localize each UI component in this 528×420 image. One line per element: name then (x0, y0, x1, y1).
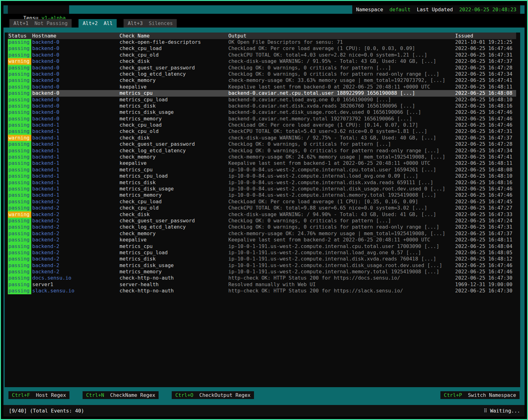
tab-all[interactable]: Alt+2 All (79, 19, 117, 28)
table-row[interactable]: passingbackend-1metrics_diskip-10-0-0-84… (8, 180, 516, 186)
table-row[interactable]: passingbackend-2metrics_cpuip-10-0-1-191… (8, 243, 516, 250)
table-row[interactable]: passingbackend-1keepaliveKeepalive last … (8, 160, 516, 166)
table-row[interactable]: passingbackend-1metrics_memoryip-10-0-0-… (8, 192, 516, 198)
check-name-cell: check_cpu_old (119, 128, 228, 134)
table-row[interactable]: passingbackend-2metrics_disk_usageip-10-… (8, 262, 516, 269)
output-cell: check-disk-usage WARNING: / 91.95% - Tot… (228, 58, 454, 64)
hostname-cell: backend-0 (31, 58, 119, 64)
check-name-cell: check_cpu_load (119, 122, 228, 128)
tab-all-label: All (104, 19, 113, 28)
table-row[interactable]: passingbackend-2check_memorycheck-memory… (8, 230, 516, 237)
table-row[interactable]: passingbackend-1metrics_disk_usageip-10-… (8, 186, 516, 192)
last-updated-label: Last Updated (417, 5, 453, 14)
table-row[interactable]: passingbackend-0check_cpu_loadCheckLoad … (8, 45, 516, 52)
tab-not-passing-label: Not Passing (34, 19, 68, 28)
table-row[interactable]: passingbackend-1metrics_cpuip-10-0-0-84.… (8, 167, 516, 173)
table-row[interactable]: passingbackend-2metrics_diskip-10-0-1-19… (8, 256, 516, 262)
check-name-cell: check_log_etcd_latency (119, 224, 228, 230)
table-row[interactable]: passingbackend-0check_log_etcd_latencyCh… (8, 71, 516, 77)
status-cell: passing (8, 103, 31, 109)
title-bar-filler (69, 5, 352, 14)
events-table: Status Hostname Check Name Output Issued… (5, 33, 520, 387)
title-lead-block (3, 5, 8, 14)
switch-namespace-label: Switch Namespace (468, 392, 516, 398)
hostname-cell: backend-0 (31, 45, 119, 52)
check-name-cell: check_cpu_load (119, 45, 228, 52)
table-row[interactable]: passingbackend-0check_guest_user_passwor… (8, 65, 516, 71)
switch-namespace-button[interactable]: Ctrl+P Switch Namespace (440, 391, 520, 399)
hostname-cell: backend-0 (31, 39, 119, 45)
status-cell: passing (8, 250, 31, 256)
hostname-cell: slack.sensu.io (31, 288, 119, 294)
table-row[interactable]: passingbackend-2check_guest_user_passwor… (8, 218, 516, 224)
output-cell: ip-10-0-0-84.us-west-2.compute.internal.… (228, 173, 454, 179)
issued-cell: 2022-06-25 16:48:10 (454, 97, 516, 103)
table-row[interactable]: passingbackend-0metrics_memorybackend-0.… (8, 116, 516, 122)
column-header-status: Status (8, 33, 31, 39)
table-row[interactable]: passingbackend-1check_log_etcd_latencyCh… (8, 148, 516, 154)
check-name-cell: metrics_disk (119, 256, 228, 262)
table-row[interactable]: passingbackend-2keepaliveKeepalive last … (8, 237, 516, 243)
host-regex-button[interactable]: Ctrl+F Host Regex (8, 391, 69, 399)
table-row[interactable]: passingbackend-0metrics_cpubackend-0.cav… (8, 90, 516, 96)
checkoutput-regex-key: Ctrl+O (175, 392, 193, 398)
output-cell: CheckLoad OK: Per core load average (1 C… (228, 199, 454, 205)
tab-silences[interactable]: Alt+3 Silences (124, 19, 177, 28)
check-name-cell: metrics_cpu_load (119, 97, 228, 103)
table-row[interactable]: warningbackend-2check_diskcheck-disk-usa… (8, 211, 516, 218)
status-cell: passing (8, 109, 31, 115)
tab-not-passing-key: Alt+1 (13, 19, 28, 28)
output-cell: CheckLog OK: 0 warnings, 0 criticals for… (228, 141, 454, 147)
table-row[interactable]: passingbackend-0metrics_diskbackend-0.ca… (8, 103, 516, 109)
status-cell: passing (8, 256, 31, 262)
table-row[interactable]: passingbackend-0check_memorycheck-memory… (8, 77, 516, 83)
output-cell: Resolved manually with Web UI (228, 281, 454, 288)
table-row[interactable]: passingbackend-0keepaliveKeepalive last … (8, 84, 516, 90)
hostname-cell: backend-2 (31, 250, 119, 256)
table-row[interactable]: warningbackend-0check_diskcheck-disk-usa… (8, 58, 516, 64)
output-cell: CheckLog OK: 0 warnings, 0 criticals for… (228, 218, 454, 224)
hostname-cell: backend-1 (31, 167, 119, 173)
issued-cell: 2022-06-25 16:47:37 (454, 230, 516, 237)
table-row[interactable]: warningbackend-1check_diskcheck-disk-usa… (8, 135, 516, 141)
status-cell: warning (8, 58, 31, 64)
table-row[interactable]: passingbackend-0check-open-file-descript… (8, 39, 516, 45)
action-bar: Ctrl+F Host Regex Ctrl+N CheckName Regex… (5, 387, 520, 405)
selection-position: [9/40] (Total Events: 40) (9, 408, 84, 414)
output-cell: CheckLog OK: 0 warnings, 0 criticals for… (228, 148, 454, 154)
issued-cell: 2022-06-25 16:48:11 (454, 160, 516, 166)
issued-cell: 2022-06-25 16:47:34 (454, 71, 516, 77)
table-row[interactable]: passingbackend-0metrics_disk_usagebacken… (8, 109, 516, 115)
table-row[interactable]: passingbackend-2metrics_memoryip-10-0-1-… (8, 269, 516, 275)
status-cell: passing (8, 90, 31, 96)
hostname-cell: backend-0 (31, 71, 119, 77)
checkoutput-regex-button[interactable]: Ctrl+O CheckOutput Regex (172, 391, 254, 399)
table-row[interactable]: passingslack.sensu.iocheck-http-no-authh… (8, 288, 516, 294)
table-row[interactable]: passingbackend-2metrics_cpu_loadip-10-0-… (8, 250, 516, 256)
output-cell: ip-10-0-1-191.us-west-2.compute.internal… (228, 250, 454, 256)
hostname-cell: backend-1 (31, 173, 119, 179)
table-row[interactable]: passingserver1server-healthResolved manu… (8, 281, 516, 288)
namespace-label: Namespace (356, 5, 383, 14)
table-row[interactable]: passingbackend-1check_memorycheck-memory… (8, 154, 516, 160)
issued-cell: 2022-06-25 16:47:37 (454, 135, 516, 141)
table-row[interactable]: passingdocs.sensu.iocheck-http-no-authht… (8, 275, 516, 281)
table-row[interactable]: passingbackend-1check_cpu_loadCheckLoad … (8, 122, 516, 128)
table-row[interactable]: passingbackend-2check_cpu_oldCheckCPU TO… (8, 205, 516, 211)
table-row[interactable]: passingbackend-2check_cpu_loadCheckLoad … (8, 199, 516, 205)
table-row[interactable]: passingbackend-2check_log_etcd_latencyCh… (8, 224, 516, 230)
column-header-check-name: Check Name (119, 33, 228, 39)
status-cell: passing (8, 186, 31, 192)
table-row[interactable]: passingbackend-1check_cpu_oldCheckCPU TO… (8, 128, 516, 134)
output-cell: backend-0.caviar.net.disk_usage.root.dev… (228, 109, 454, 115)
output-cell: CheckLoad OK: Per core load average (1 C… (228, 45, 454, 52)
tab-not-passing[interactable]: Alt+1 Not Passing (9, 19, 72, 28)
checkname-regex-button[interactable]: Ctrl+N CheckName Regex (83, 391, 159, 399)
table-row[interactable]: passingbackend-1check_guest_user_passwor… (8, 141, 516, 147)
table-row[interactable]: passingbackend-0metrics_cpu_loadbackend-… (8, 97, 516, 103)
check-name-cell: check_disk (119, 58, 228, 64)
table-row[interactable]: passingbackend-1metrics_cpu_loadip-10-0-… (8, 173, 516, 179)
issued-cell: 2022-06-25 16:48:11 (454, 237, 516, 243)
hostname-cell: backend-1 (31, 154, 119, 160)
table-row[interactable]: passingbackend-0check_cpu_oldCheckCPU TO… (8, 52, 516, 58)
